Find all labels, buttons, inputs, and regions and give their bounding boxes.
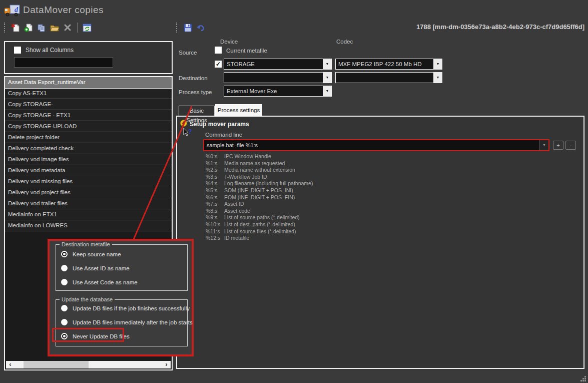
refresh-view-icon[interactable] <box>82 22 93 33</box>
param-code: %7:s <box>206 201 224 208</box>
current-metafile-checkbox[interactable] <box>215 47 222 54</box>
param-row: %1:sMedia name as requested <box>206 160 313 167</box>
param-desc: IPC Window Handle <box>224 153 271 159</box>
add-copy-icon[interactable] <box>23 22 34 33</box>
dropdown-arrow-icon[interactable]: ▼ <box>323 86 331 96</box>
tab-basic-settings[interactable]: Basic Settings <box>179 106 215 116</box>
radio-option[interactable]: Keep source name <box>61 251 121 257</box>
new-item-icon[interactable]: ✱ <box>10 22 21 33</box>
param-desc: SOM (INF_DIGIT + POS_INI) <box>224 187 293 193</box>
duplicate-icon[interactable] <box>36 22 47 33</box>
param-code: %4:s <box>206 180 224 187</box>
source-device-combo[interactable]: STORAGE ▼ <box>224 59 332 70</box>
source-device-value[interactable]: STORAGE <box>224 59 323 69</box>
radio-option[interactable]: Use Asset Code as name <box>61 279 138 285</box>
radio-selected-icon[interactable] <box>61 251 68 257</box>
dropdown-arrow-icon[interactable]: ▼ <box>323 59 331 69</box>
svg-text:?: ? <box>188 128 192 135</box>
destination-codec-value[interactable] <box>336 73 433 83</box>
param-row: %12:sID metafile <box>206 235 313 242</box>
process-type-value[interactable]: External Mover Exe <box>224 86 323 96</box>
destination-device-value[interactable] <box>224 73 323 83</box>
param-desc: EOM (INF_DIGIT + POS_FIN) <box>224 194 295 200</box>
command-line-value[interactable]: sample.bat -file %1:s <box>204 140 539 150</box>
command-line-label: Command line <box>205 132 242 138</box>
toolbar-separator <box>77 23 78 33</box>
list-item[interactable]: Delivery completed check <box>5 143 172 154</box>
param-code: %12:s <box>206 235 224 242</box>
list-item[interactable]: Copy STORAGE- <box>5 99 172 110</box>
undo-icon[interactable] <box>195 22 206 33</box>
dropdown-arrow-icon[interactable]: ▼ <box>539 140 548 150</box>
list-item[interactable]: Copy STORAGE-UPLOAD <box>5 121 172 132</box>
source-codec-combo[interactable]: MXF MPEG2 IBP 422 50 Mb HD ▼ <box>335 59 442 70</box>
radio-label: Use Asset ID as name <box>73 265 130 271</box>
param-desc: List of dest. paths (*-delimited) <box>224 221 295 227</box>
delete-icon[interactable] <box>62 22 73 33</box>
param-row: %11:sList of source files (*-delimited) <box>206 228 313 235</box>
param-row: %5:sSOM (INF_DIGIT + POS_INI) <box>206 187 313 194</box>
radio-option[interactable]: Update DB files if the job finishes succ… <box>61 305 190 311</box>
radio-icon[interactable] <box>61 305 68 311</box>
process-type-combo[interactable]: External Mover Exe ▼ <box>224 86 332 97</box>
scrollbar-thumb[interactable] <box>24 361 89 368</box>
filter-input[interactable] <box>14 57 113 68</box>
list-item[interactable]: Delivery vod metadata <box>5 165 172 176</box>
param-code: %8:s <box>206 208 224 215</box>
scroll-left-icon[interactable]: ‹ <box>6 361 15 368</box>
destination-device-combo[interactable]: ▼ <box>224 72 332 83</box>
list-item[interactable]: Delivery vod trailer files <box>5 198 172 209</box>
remove-command-button[interactable]: - <box>565 141 576 150</box>
param-desc: List of source paths (*-delimited) <box>224 214 300 220</box>
toolbar-grip[interactable] <box>4 23 6 33</box>
param-code: %1:s <box>206 160 224 167</box>
list-item[interactable]: Asset Data Export_runtimeVar <box>5 77 172 88</box>
destination-codec-combo[interactable]: ▼ <box>335 72 442 83</box>
param-desc: List of source files (*-delimited) <box>224 228 296 234</box>
dropdown-arrow-icon[interactable]: ▼ <box>433 73 442 83</box>
list-item[interactable]: Copy STORAGE - ETX1 <box>5 110 172 121</box>
save-icon[interactable] <box>182 22 193 33</box>
process-type-label: Process type <box>179 89 212 95</box>
app-truck-icon: d <box>4 4 21 19</box>
source-codec-value[interactable]: MXF MPEG2 IBP 422 50 Mb HD <box>336 59 433 69</box>
radio-label: Use Asset Code as name <box>73 279 138 285</box>
dropdown-arrow-icon[interactable]: ▼ <box>433 59 442 69</box>
open-folder-icon[interactable] <box>49 22 60 33</box>
param-row: %8:sAsset code <box>206 208 313 215</box>
list-item[interactable]: Copy AS-ETX1 <box>5 88 172 99</box>
radio-icon[interactable] <box>61 319 68 325</box>
horizontal-scrollbar[interactable]: ‹ › <box>6 361 171 368</box>
source-label: Source <box>179 50 197 56</box>
list-item[interactable]: Delete project folder <box>5 132 172 143</box>
add-command-button[interactable]: + <box>553 141 563 150</box>
list-item[interactable]: Delivery vod image files <box>5 154 172 165</box>
svg-text:✱: ✱ <box>11 23 16 29</box>
radio-label: Update DB files if the job finishes succ… <box>73 305 190 311</box>
radio-icon[interactable] <box>61 265 68 271</box>
list-item[interactable]: Delivery vod project files <box>5 187 172 198</box>
command-line-combo[interactable]: sample.bat -file %1:s ▼ <box>203 139 549 151</box>
source-device-checkbox[interactable]: ✓ <box>215 61 222 68</box>
list-item[interactable]: Delivery vod missing files <box>5 176 172 187</box>
param-row: %2:sMedia name without extension <box>206 167 313 174</box>
toolbar-grip-2[interactable] <box>176 23 178 33</box>
instance-id: 1788 [mm-dm-0356e73a-a8b2-4eb2-973c-cf7d… <box>416 23 584 31</box>
show-all-columns-checkbox[interactable] <box>14 47 21 54</box>
radio-option[interactable]: Update DB files immediately after the jo… <box>61 319 193 325</box>
radio-option[interactable]: Use Asset ID as name <box>61 265 130 271</box>
show-all-columns-label: Show all Columns <box>26 47 74 54</box>
dropdown-arrow-icon[interactable]: ▼ <box>323 73 331 83</box>
radio-icon[interactable] <box>61 279 68 285</box>
list-item[interactable]: Mediainfo on ETX1 <box>5 209 172 220</box>
scroll-right-icon[interactable]: › <box>162 361 171 368</box>
list-item[interactable]: Mediainfo on LOWRES <box>5 220 172 231</box>
param-desc: Asset ID <box>224 201 244 207</box>
tab-process-settings[interactable]: Process settings <box>215 104 262 117</box>
param-row: %7:sAsset ID <box>206 201 313 208</box>
resize-grip[interactable] <box>579 374 586 381</box>
mover-list: Asset Data Export_runtimeVarCopy AS-ETX1… <box>5 77 172 231</box>
radio-label: Update DB files immediately after the jo… <box>73 319 193 325</box>
window-title: DataMover copies <box>23 5 104 16</box>
command-params-legend: %0:sIPC Window Handle%1:sMedia name as r… <box>206 153 313 242</box>
